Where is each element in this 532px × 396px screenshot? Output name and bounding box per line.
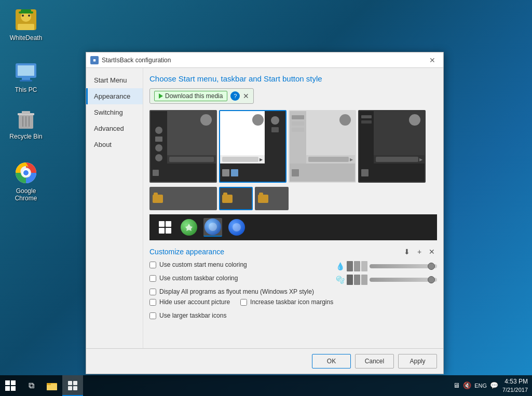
- custom-start-menu-coloring-checkbox[interactable]: [149, 262, 156, 268]
- desktop-icon-chrome[interactable]: Google Chrome: [5, 158, 47, 204]
- svg-point-19: [23, 170, 29, 175]
- svg-rect-22: [47, 383, 51, 385]
- custom-taskbar-coloring-text: Use custom taskbar coloring: [159, 275, 238, 282]
- color-swatch-t2[interactable]: [354, 275, 360, 285]
- volume-tray-icon[interactable]: 🔇: [463, 381, 471, 389]
- clock-time: 4:53 PM: [502, 378, 528, 386]
- dialog-body: Start Menu Appearance Switching Advanced…: [86, 68, 443, 348]
- larger-icons-checkbox[interactable]: [149, 312, 156, 319]
- color-swatch-light[interactable]: [361, 261, 367, 271]
- svg-point-28: [233, 223, 241, 231]
- larger-icons-text: Use larger taskbar icons: [159, 312, 226, 319]
- taskbar-startisback-button[interactable]: [62, 375, 83, 396]
- desktop-icon-thispc[interactable]: This PC: [5, 57, 47, 95]
- network-tray-icon[interactable]: 🖥: [453, 381, 460, 389]
- start-btn-win10[interactable]: [156, 218, 174, 237]
- flyout-menu-label[interactable]: Display All programs as flyout menu (Win…: [149, 288, 437, 295]
- nav-item-advanced[interactable]: Advanced: [86, 120, 143, 136]
- svg-rect-13: [22, 111, 30, 114]
- language-indicator[interactable]: ENG: [474, 383, 487, 389]
- hide-account-pic-label[interactable]: Hide user account picture: [149, 298, 230, 306]
- taskbar-color-swatches: [347, 275, 367, 285]
- icon-margins-label[interactable]: Increase taskbar icon margins: [240, 298, 333, 306]
- play-icon: [159, 93, 163, 99]
- start-btn-green-orb[interactable]: [180, 218, 198, 237]
- cancel-button[interactable]: Cancel: [355, 354, 394, 368]
- folder-icon-1: [153, 195, 163, 203]
- desktop-icon-recyclebin[interactable]: Recycle Bin: [5, 104, 47, 142]
- nav-item-about[interactable]: About: [86, 136, 143, 153]
- download-banner: Download this media ? ✕: [149, 88, 254, 104]
- system-clock[interactable]: 4:53 PM 7/21/2017: [502, 378, 528, 393]
- svg-point-4: [28, 15, 30, 17]
- taskbar-taskview-button[interactable]: ⧉: [21, 375, 42, 396]
- theme-thumb-whiteblack[interactable]: ▶: [219, 110, 287, 183]
- dialog-close-button[interactable]: ✕: [426, 55, 439, 65]
- notification-icon[interactable]: 💬: [490, 381, 498, 389]
- download-btn-label: Download this media: [165, 92, 223, 100]
- svg-rect-6: [21, 9, 31, 12]
- clock-date: 7/21/2017: [502, 386, 528, 393]
- droplet-icon: 💧: [336, 262, 345, 270]
- taskbar-explorer-button[interactable]: [42, 375, 62, 396]
- custom-start-menu-coloring-label[interactable]: Use custom start menu coloring: [149, 261, 336, 268]
- chrome-label: Google Chrome: [7, 187, 45, 202]
- download-media-button[interactable]: Download this media: [154, 91, 227, 101]
- section-actions: ⬇ + ✕: [402, 247, 437, 257]
- checkbox-col-right: Increase taskbar icon margins: [240, 298, 333, 322]
- taskbar-tray: 🖥 🔇 ENG 💬 4:53 PM 7/21/2017: [453, 378, 532, 393]
- icon-margins-text: Increase taskbar icon margins: [250, 298, 333, 306]
- apply-button[interactable]: Apply: [398, 354, 437, 368]
- color-swatch-t3[interactable]: [361, 275, 367, 285]
- checkbox-col-left: Hide user account picture Use larger tas…: [149, 298, 230, 322]
- taskbar-color-control: 🫧: [336, 275, 437, 285]
- hide-account-pic-checkbox[interactable]: [149, 299, 156, 306]
- download-action-btn[interactable]: ⬇: [402, 247, 412, 257]
- svg-rect-24: [73, 381, 77, 385]
- custom-start-color-row: Use custom start menu coloring 💧: [149, 261, 437, 271]
- custom-taskbar-coloring-label[interactable]: Use custom taskbar coloring: [149, 275, 336, 282]
- add-action-btn[interactable]: +: [414, 247, 425, 257]
- nav-item-switching[interactable]: Switching: [86, 104, 143, 120]
- taskbar-color-slider[interactable]: [370, 278, 437, 282]
- svg-rect-23: [68, 381, 72, 385]
- svg-point-27: [209, 223, 217, 231]
- theme-thumb-dark[interactable]: [149, 110, 217, 183]
- svg-rect-9: [22, 78, 30, 80]
- help-icon[interactable]: ?: [230, 91, 240, 101]
- theme-thumb-gray[interactable]: ▶: [289, 110, 356, 183]
- larger-icons-label[interactable]: Use larger taskbar icons: [149, 312, 230, 319]
- color-swatch-mid[interactable]: [354, 261, 360, 271]
- start-btn-win7-orb[interactable]: [227, 218, 246, 237]
- nav-item-start-menu[interactable]: Start Menu: [86, 72, 143, 88]
- taskbar-start-button[interactable]: [0, 375, 21, 396]
- dialog-title: StartIsBack configuration: [102, 57, 422, 64]
- flyout-menu-checkbox[interactable]: [149, 289, 156, 295]
- custom-taskbar-coloring-checkbox[interactable]: [149, 275, 156, 282]
- icon-margins-checkbox[interactable]: [240, 299, 247, 306]
- dialog-footer: OK Cancel Apply: [86, 348, 443, 374]
- recyclebin-label: Recycle Bin: [9, 133, 42, 140]
- color-swatch-t1[interactable]: [347, 275, 353, 285]
- color-swatch-dark[interactable]: [347, 261, 353, 271]
- desktop-icon-whitedeath[interactable]: WhiteDeath: [5, 5, 47, 44]
- fm-thumb-2[interactable]: [219, 187, 253, 210]
- start-color-slider[interactable]: [370, 264, 437, 268]
- close-banner-icon[interactable]: ✕: [243, 92, 249, 100]
- svg-rect-2: [18, 24, 34, 30]
- ok-button[interactable]: OK: [312, 354, 351, 368]
- taskbar: ⧉ 🖥 🔇 ENG 💬: [0, 375, 532, 396]
- svg-rect-25: [68, 386, 72, 390]
- start-btn-vista-orb[interactable]: [203, 218, 222, 237]
- fm-thumb-1[interactable]: [149, 187, 217, 210]
- svg-rect-10: [20, 80, 32, 81]
- remove-action-btn[interactable]: ✕: [427, 247, 437, 257]
- svg-point-3: [22, 15, 24, 17]
- customize-section-header: Customize appearance ⬇ + ✕: [149, 247, 437, 257]
- start-slider-thumb: [428, 263, 435, 270]
- nav-item-appearance[interactable]: Appearance: [86, 88, 143, 104]
- fm-thumb-3[interactable]: [255, 187, 289, 210]
- theme-thumb-dark2[interactable]: ▶: [358, 110, 426, 183]
- vista-orb-icon: [204, 219, 221, 235]
- dialog-content: Choose Start menu, taskbar and Start but…: [143, 68, 443, 348]
